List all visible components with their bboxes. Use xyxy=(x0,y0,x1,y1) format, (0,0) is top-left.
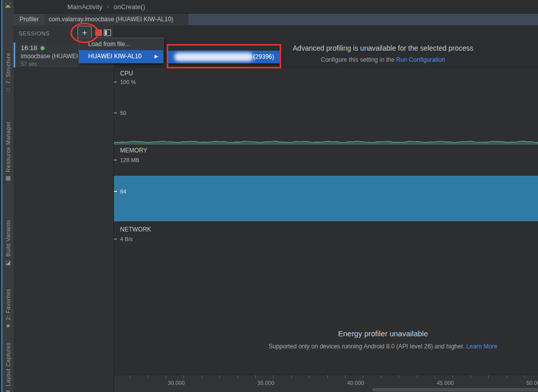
timeline-tick-label: 35.000 xyxy=(257,380,275,386)
session-time: 16:18 xyxy=(21,44,37,52)
annotation-ellipse xyxy=(70,23,99,43)
timeline-tick xyxy=(507,375,507,378)
timeline-tick xyxy=(471,375,471,378)
banner-subtitle-text: Configure this setting in the xyxy=(321,56,396,63)
cpu-tick-100: 100 % xyxy=(114,79,136,86)
favorites-star-icon: ★ xyxy=(6,323,11,329)
timeline-tick xyxy=(309,375,310,378)
network-section-label: NETWORK xyxy=(120,226,151,233)
timeline-tick xyxy=(435,375,435,378)
energy-chart-section xyxy=(114,301,538,375)
network-tick-4bs: 4 B/s xyxy=(114,236,133,243)
sessions-header: SESSIONS xyxy=(19,30,50,36)
timeline-tick xyxy=(524,375,525,378)
timeline-tick xyxy=(255,375,256,378)
sidebar-tab-favorites[interactable]: 2: Favorites ★ xyxy=(3,289,14,329)
cpu-chart-section[interactable]: CPU 100 % 50 xyxy=(114,67,538,144)
horizontal-scrollbar[interactable] xyxy=(372,388,538,391)
android-studio-profiler-window: MainActivity › onCreate() Profiler com.v… xyxy=(0,0,538,392)
network-chart-section[interactable]: NETWORK 4 B/s xyxy=(114,221,538,301)
timeline-tick xyxy=(327,375,328,378)
run-configuration-link[interactable]: Run Configuration xyxy=(396,56,445,63)
timeline-tick-label: 40.000 xyxy=(347,380,364,386)
tick-dash xyxy=(114,160,117,161)
cpu-section-label: CPU xyxy=(120,70,133,77)
sidebar-tab-layout-captures[interactable]: Layout Captures ⧉ xyxy=(3,342,14,392)
breadcrumb-class[interactable]: MainActivity xyxy=(67,3,102,11)
tick-dash xyxy=(114,191,117,192)
tick-dash xyxy=(114,82,117,83)
tick-dash xyxy=(114,239,117,240)
sessions-panel: SESSIONS + 16:18 imoocbase (HUAWEI I 57 … xyxy=(14,25,114,392)
timeline-tick xyxy=(166,375,166,378)
profiler-toolbar-strip xyxy=(188,14,538,25)
breadcrumb-method[interactable]: onCreate() xyxy=(113,3,145,11)
layout-captures-icon: ⧉ xyxy=(6,389,10,392)
breadcrumb: MainActivity › onCreate() xyxy=(67,0,145,13)
timeline-tick xyxy=(219,375,220,378)
session-live-dot-icon xyxy=(41,46,45,50)
tab-profiler[interactable]: Profiler xyxy=(14,14,45,25)
memory-usage-area xyxy=(114,176,538,221)
sidebar-tab-structure[interactable]: 7: Structure ∷ xyxy=(3,53,14,93)
menu-item-device[interactable]: HUAWEI KIW-AL10 ▶ xyxy=(79,50,163,63)
timeline-tick xyxy=(452,375,453,378)
learn-more-link[interactable]: Learn More xyxy=(466,343,497,350)
resource-manager-icon: ▦ xyxy=(6,175,11,181)
cpu-tick-50: 50 xyxy=(114,109,126,116)
memory-chart-section[interactable]: MEMORY 128 MB 64 xyxy=(114,144,538,221)
sidebar-tab-favorites-label: 2: Favorites xyxy=(5,289,11,320)
energy-unavailable-title: Energy profiler unavailable xyxy=(228,329,538,338)
sidebar-tab-build-variants[interactable]: Build Variants ◪ xyxy=(3,220,14,266)
tab-profiler-session[interactable]: com.valarray.imoocbase (HUAWEI KIW-AL10) xyxy=(45,14,188,25)
collapse-panel-icon[interactable] xyxy=(104,29,111,36)
annotation-rectangle xyxy=(167,44,281,68)
top-navigation-bar: MainActivity › onCreate() xyxy=(0,0,538,14)
submenu-arrow-icon: ▶ xyxy=(155,50,158,63)
memory-tick-128: 128 MB xyxy=(114,156,139,164)
sidebar-tab-resource-manager-label: Resource Manager xyxy=(5,122,11,172)
energy-subtitle-text: Supported only on devices running Androi… xyxy=(268,343,466,350)
build-variants-icon: ◪ xyxy=(6,259,11,266)
timeline-tick xyxy=(399,375,399,378)
timeline-tick xyxy=(381,375,381,378)
profiler-tab-row: Profiler com.valarray.imoocbase (HUAWEI … xyxy=(14,14,538,25)
android-logo-icon xyxy=(3,2,13,11)
sidebar-tab-build-variants-label: Build Variants xyxy=(5,220,11,257)
tick-dash xyxy=(114,112,117,113)
timeline-tick xyxy=(488,375,489,378)
tool-window-bar: 7: Structure ∷ Resource Manager ▦ Build … xyxy=(0,0,14,392)
timeline-tick-label: 45.000 xyxy=(437,380,454,386)
sessions-list-background xyxy=(14,67,113,392)
structure-icon: ∷ xyxy=(7,87,10,93)
cpu-usage-sparkline xyxy=(114,139,538,144)
timeline-tick xyxy=(291,375,292,378)
timeline-tick xyxy=(273,375,274,378)
memory-section-label: MEMORY xyxy=(120,147,147,154)
timeline-tick xyxy=(363,375,363,378)
timeline-tick-label: 50.000 xyxy=(526,380,538,386)
sidebar-tab-resource-manager[interactable]: Resource Manager ▦ xyxy=(3,122,14,181)
timeline-tick xyxy=(417,375,417,378)
breadcrumb-separator-icon: › xyxy=(107,3,109,10)
timeline-tick xyxy=(345,375,345,378)
energy-unavailable-subtitle: Supported only on devices running Androi… xyxy=(228,343,538,350)
timeline-tick xyxy=(238,375,238,378)
timeline-tick xyxy=(130,375,130,378)
timeline-tick xyxy=(202,375,202,378)
timeline-tick xyxy=(183,375,184,378)
sidebar-tab-structure-label: 7: Structure xyxy=(5,53,11,84)
sidebar-tab-layout-captures-label: Layout Captures xyxy=(5,342,11,386)
memory-tick-64: 64 xyxy=(114,188,126,195)
timeline-tick xyxy=(148,375,148,378)
timeline-tick-label: 30.000 xyxy=(168,380,185,386)
